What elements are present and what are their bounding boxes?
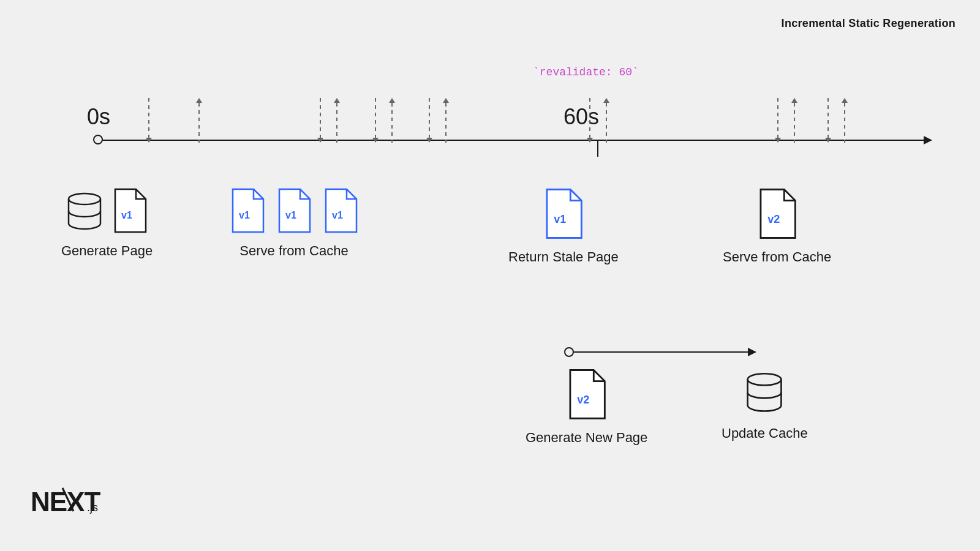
dashed-arrow-6a (587, 98, 593, 143)
doc-v1-icon-cache-3: v1 (320, 187, 361, 234)
serve-cache-group: v1 v1 v1 Serve from Cache (227, 187, 361, 259)
doc-v1-icon-gen: v1 (109, 187, 151, 234)
revalidate-label: `revalidate: 60` (533, 66, 639, 78)
bottom-arrow-line (568, 351, 755, 353)
dashed-arrow-5b (443, 98, 449, 143)
doc-v1-icon-cache-2: v1 (273, 187, 315, 234)
dashed-arrow-4a (372, 98, 379, 143)
dashed-arrow-4b (389, 98, 395, 143)
dashed-arrow-8a (825, 98, 831, 143)
generate-new-page-label: Generate New Page (526, 430, 647, 446)
timeline-arrow (924, 136, 932, 144)
dashed-arrow-2 (196, 98, 202, 143)
timeline-60s-marker (597, 140, 598, 157)
generate-page-label: Generate Page (61, 243, 153, 259)
bottom-start-circle (564, 347, 574, 357)
database-icon (64, 190, 105, 234)
dashed-arrow-3b (334, 98, 340, 143)
dashed-arrow-6b (603, 98, 609, 143)
svg-text:v1: v1 (285, 210, 296, 220)
timeline-line (98, 140, 931, 141)
generate-new-page-group: v2 Generate New Page (526, 367, 647, 446)
update-cache-label: Update Cache (722, 425, 808, 441)
dashed-arrow-3a (317, 98, 323, 143)
svg-point-0 (69, 193, 100, 204)
dashed-arrow-1 (146, 98, 152, 143)
doc-v2-icon-cache: v2 (753, 187, 802, 241)
return-stale-group: v1 Return Stale Page (508, 187, 619, 265)
serve-cache-2-label: Serve from Cache (723, 249, 831, 265)
time-label-0s: 0s (87, 104, 110, 130)
svg-text:v1: v1 (554, 213, 566, 225)
svg-text:v1: v1 (121, 210, 132, 220)
svg-text:.js: .js (87, 501, 98, 514)
serve-cache-2-group: v2 Serve from Cache (723, 187, 831, 265)
doc-v1-icon-cache-1: v1 (227, 187, 268, 234)
page-title: Incremental Static Regeneration (782, 17, 956, 30)
dashed-arrow-7a (775, 98, 781, 143)
generate-page-group: v1 Generate Page (61, 187, 153, 259)
dashed-arrow-8b (842, 98, 848, 143)
svg-text:v1: v1 (239, 210, 250, 220)
return-stale-label: Return Stale Page (508, 249, 619, 265)
nextjs-logo: NEXT .js (31, 484, 110, 520)
doc-v2-icon-generate: v2 (563, 367, 611, 421)
time-label-60s: 60s (564, 104, 599, 130)
serve-cache-label: Serve from Cache (239, 243, 348, 259)
update-cache-group: Update Cache (722, 370, 808, 441)
svg-text:v1: v1 (332, 210, 343, 220)
dashed-arrow-7b (791, 98, 797, 143)
database-icon-update (742, 370, 786, 417)
dashed-arrow-5a (426, 98, 432, 143)
svg-point-8 (748, 373, 782, 385)
svg-text:v2: v2 (767, 213, 780, 225)
svg-text:v2: v2 (577, 394, 589, 406)
timeline-start-circle (93, 135, 103, 144)
doc-v1-icon-stale: v1 (539, 187, 588, 241)
bottom-arrow-head (748, 348, 756, 356)
